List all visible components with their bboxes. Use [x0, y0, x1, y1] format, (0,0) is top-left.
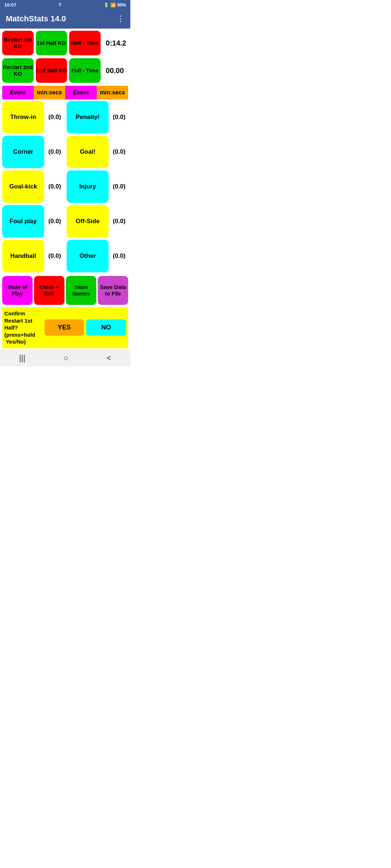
event-header-col3: Event [65, 86, 97, 99]
event-row-0: Throw-in (0.0) Penalty! (0.0) [2, 101, 128, 133]
event-right-3[interactable]: Off-Side [67, 205, 109, 238]
event-left-1[interactable]: Corner [2, 136, 44, 168]
event-header-col1: Event [2, 86, 34, 99]
event-left-2[interactable]: Goal-kick [2, 170, 44, 203]
event-right-val-4: (0.0) [110, 252, 128, 260]
event-right-0[interactable]: Penalty! [67, 101, 109, 133]
state-of-play-button[interactable]: State ofPlay [2, 276, 33, 305]
event-left-val-1: (0.0) [46, 148, 64, 156]
event-right-val-3: (0.0) [110, 218, 128, 225]
kickoff-row-1: Restart 1st KO 1st Half KO Half - Time 0… [2, 31, 128, 55]
main-content: Restart 1st KO 1st Half KO Half - Time 0… [0, 29, 130, 348]
battery-icon: 🔋 [104, 3, 109, 8]
timer-1: 0:14.2 [103, 39, 128, 47]
event-left-val-2: (0.0) [46, 183, 64, 190]
status-icons: 🔋 📶 90% [104, 3, 126, 8]
event-left-val-4: (0.0) [46, 252, 64, 260]
app-title: MatchStats 14.0 [6, 14, 66, 24]
save-data-button[interactable]: Save Datato File [98, 276, 128, 305]
1st-half-ko-button[interactable]: 1st Half KO [36, 31, 67, 55]
timer-2: 00.00 [103, 67, 128, 75]
action-row: State ofPlay Close +Exit TeamNames Save … [2, 276, 128, 305]
full-time-button[interactable]: Full - Time [69, 58, 101, 83]
restart-2nd-ko-button[interactable]: Restart 2nd KO [2, 58, 34, 83]
confirm-no-button[interactable]: NO [86, 319, 126, 336]
team-names-button[interactable]: TeamNames [66, 276, 96, 305]
event-row-2: Goal-kick (0.0) Injury (0.0) [2, 170, 128, 203]
nav-bar: ||| ○ < [0, 350, 130, 366]
event-right-val-1: (0.0) [110, 148, 128, 156]
event-left-4[interactable]: Handball [2, 240, 44, 272]
half-time-button[interactable]: Half - Time [69, 31, 101, 55]
nav-back-icon[interactable]: ||| [19, 353, 25, 363]
event-left-val-0: (0.0) [46, 114, 64, 121]
nav-home-icon[interactable]: ○ [64, 353, 68, 363]
confirm-row: Confirm Restart 1st Half?(press+hold Yes… [2, 307, 128, 348]
2nd-half-ko-button[interactable]: 2nd Half KO [36, 58, 67, 83]
app-bar: MatchStats 14.0 ⋮ [0, 10, 130, 29]
kickoff-row-2: Restart 2nd KO 2nd Half KO Full - Time 0… [2, 58, 128, 83]
nav-recent-icon[interactable]: < [106, 353, 111, 363]
event-right-4[interactable]: Other [67, 240, 109, 272]
status-bar: 10:07 T 🔋 📶 90% [0, 0, 130, 10]
event-row-1: Corner (0.0) Goal! (0.0) [2, 136, 128, 168]
event-header-col4: min:secs [97, 86, 128, 99]
event-row-3: Foul play (0.0) Off-Side (0.0) [2, 205, 128, 238]
restart-1st-ko-button[interactable]: Restart 1st KO [2, 31, 34, 55]
battery-percent: 90% [117, 3, 126, 8]
event-left-3[interactable]: Foul play [2, 205, 44, 238]
event-right-val-0: (0.0) [110, 114, 128, 121]
event-right-val-2: (0.0) [110, 183, 128, 190]
confirm-yes-button[interactable]: YES [45, 319, 84, 336]
event-left-0[interactable]: Throw-in [2, 101, 44, 133]
status-carrier: T [59, 2, 62, 8]
event-header: Event min:secs Event min:secs [2, 86, 128, 99]
event-right-1[interactable]: Goal! [67, 136, 109, 168]
wifi-icon: 📶 [110, 3, 116, 8]
event-left-val-3: (0.0) [46, 218, 64, 225]
confirm-text: Confirm Restart 1st Half?(press+hold Yes… [4, 310, 42, 345]
menu-icon[interactable]: ⋮ [117, 14, 125, 24]
event-rows: Throw-in (0.0) Penalty! (0.0) Corner (0.… [2, 101, 128, 272]
event-right-2[interactable]: Injury [67, 170, 109, 203]
event-row-4: Handball (0.0) Other (0.0) [2, 240, 128, 272]
status-time: 10:07 [4, 2, 16, 8]
close-exit-button[interactable]: Close +Exit [34, 276, 64, 305]
event-header-col2: min:secs [34, 86, 65, 99]
